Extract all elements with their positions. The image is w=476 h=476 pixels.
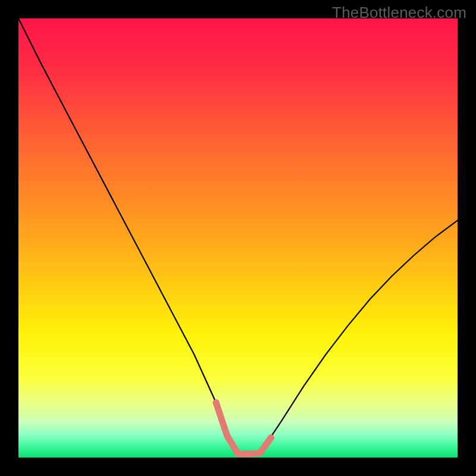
bottleneck-chart: [18, 18, 458, 458]
optimal-zone-endpoint: [268, 434, 274, 441]
chart-frame: TheBottleneck.com: [0, 0, 476, 476]
chart-background: [18, 18, 458, 458]
watermark-text: TheBottleneck.com: [332, 4, 466, 22]
optimal-zone-endpoint: [213, 399, 220, 406]
